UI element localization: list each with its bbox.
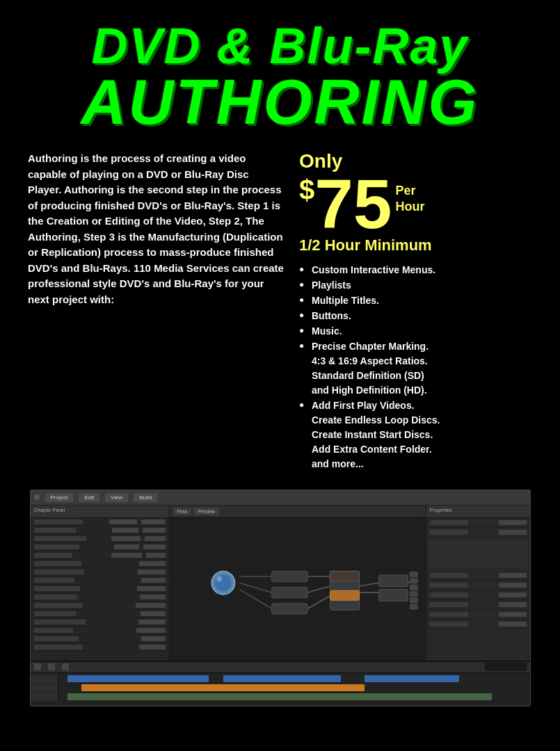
sw-node-graph bbox=[170, 518, 426, 661]
software-ui: Project Edit View Build Chapter Panel bbox=[31, 490, 530, 706]
svg-point-12 bbox=[216, 576, 221, 581]
sw-main-area: Chapter Panel bbox=[31, 506, 530, 661]
title-section: DVD & Blu-Ray AUTHORING bbox=[28, 21, 532, 134]
sw-menu-btn bbox=[34, 494, 40, 500]
sw-list-row-14 bbox=[31, 627, 169, 635]
sw-list-row-1 bbox=[31, 518, 169, 526]
svg-rect-19 bbox=[330, 590, 359, 600]
svg-rect-15 bbox=[271, 604, 307, 614]
sw-track-2-label bbox=[31, 684, 58, 692]
sw-track-3-label bbox=[31, 693, 58, 701]
sw-tab-3: View bbox=[105, 493, 128, 502]
description-column: Authoring is the process of creating a v… bbox=[28, 151, 285, 472]
sw-list-row-11 bbox=[31, 601, 169, 610]
sw-preview-thumb bbox=[429, 540, 527, 568]
sw-list-row-15 bbox=[31, 635, 169, 643]
svg-rect-23 bbox=[410, 578, 417, 583]
svg-rect-13 bbox=[271, 571, 307, 581]
software-screenshot: Project Edit View Build Chapter Panel bbox=[30, 490, 531, 706]
description-text: Authoring is the process of creating a v… bbox=[28, 151, 285, 307]
sw-prop-3 bbox=[426, 571, 530, 581]
sw-list-row-9 bbox=[31, 585, 169, 593]
sw-rewind-btn bbox=[62, 663, 69, 670]
sw-list-row-8 bbox=[31, 576, 169, 585]
sw-track-1-label bbox=[31, 675, 58, 683]
sw-list-row-16 bbox=[31, 643, 169, 652]
sw-tab-2: Edit bbox=[79, 493, 99, 502]
sw-track-2 bbox=[31, 684, 530, 692]
sw-track-1 bbox=[31, 675, 530, 683]
sw-prop-1 bbox=[426, 518, 530, 528]
price-amount-row: $ 75 PerHour bbox=[299, 172, 532, 235]
sw-tab-1: Project bbox=[45, 493, 74, 502]
sw-list-row-7 bbox=[31, 568, 169, 576]
feature-item-1: Custom Interactive Menus. bbox=[299, 263, 532, 277]
svg-rect-25 bbox=[410, 591, 417, 596]
sw-track-3 bbox=[31, 693, 530, 701]
feature-item-4: Buttons. bbox=[299, 309, 532, 323]
price-section: Only $ 75 PerHour 1/2 Hour Minimum bbox=[299, 151, 532, 255]
title-line1: DVD & Blu-Ray bbox=[28, 21, 532, 71]
sw-tab-4: Build bbox=[134, 493, 157, 502]
sw-list-row-10 bbox=[31, 593, 169, 601]
sw-canvas-header: Flow Preview bbox=[170, 506, 426, 518]
sw-prop-8 bbox=[426, 620, 530, 629]
content-row: Authoring is the process of creating a v… bbox=[28, 151, 532, 472]
sw-properties-header: Properties bbox=[426, 506, 530, 518]
price-number: 75 bbox=[314, 172, 392, 235]
sw-prop-4 bbox=[426, 581, 530, 590]
svg-rect-27 bbox=[410, 604, 417, 609]
sw-list-row-3 bbox=[31, 535, 169, 543]
page-wrapper: DVD & Blu-Ray AUTHORING Authoring is the… bbox=[0, 0, 560, 751]
sw-track-2-content bbox=[58, 684, 530, 692]
sw-properties-panel: Properties bbox=[426, 506, 530, 661]
sw-canvas-tab-1: Flow bbox=[173, 508, 192, 515]
sw-list-row-5 bbox=[31, 551, 169, 560]
sw-list-row-6 bbox=[31, 560, 169, 568]
title-line2: AUTHORING bbox=[28, 71, 532, 134]
svg-rect-22 bbox=[410, 572, 417, 576]
svg-rect-26 bbox=[410, 597, 417, 602]
sw-track-1-content bbox=[58, 675, 530, 683]
sw-canvas-area bbox=[170, 518, 426, 661]
svg-point-11 bbox=[214, 574, 231, 591]
feature-item-2: Playlists bbox=[299, 278, 532, 293]
price-per-label: PerHour bbox=[395, 183, 424, 216]
feature-item-3: Multiple Titles. bbox=[299, 293, 532, 308]
svg-rect-24 bbox=[410, 585, 417, 590]
svg-rect-21 bbox=[378, 589, 408, 601]
sw-list-row-12 bbox=[31, 610, 169, 618]
svg-rect-20 bbox=[378, 575, 408, 587]
sw-list-row-2 bbox=[31, 526, 169, 535]
price-minimum-label: 1/2 Hour Minimum bbox=[299, 236, 532, 255]
sw-list-row-4 bbox=[31, 543, 169, 551]
screenshot-section: Project Edit View Build Chapter Panel bbox=[28, 490, 532, 706]
sw-chapter-panel: Chapter Panel bbox=[31, 506, 170, 661]
sw-node-canvas: Flow Preview bbox=[170, 506, 426, 661]
pricing-features-column: Only $ 75 PerHour 1/2 Hour Minimum Custo… bbox=[299, 151, 532, 472]
sw-track-3-content bbox=[58, 693, 530, 701]
sw-tracks bbox=[31, 673, 530, 702]
features-list: Custom Interactive Menus. Playlists Mult… bbox=[299, 263, 532, 471]
sw-chapter-header: Chapter Panel bbox=[31, 506, 169, 518]
sw-prop-7 bbox=[426, 610, 530, 620]
sw-prop-2 bbox=[426, 528, 530, 538]
sw-play-btn bbox=[34, 663, 41, 670]
sw-prop-6 bbox=[426, 600, 530, 610]
sw-list-row-13 bbox=[31, 618, 169, 627]
sw-prop-5 bbox=[426, 590, 530, 600]
sw-top-bar: Project Edit View Build bbox=[31, 490, 530, 506]
feature-item-7: Add First Play Videos. Create Endless Lo… bbox=[299, 398, 532, 471]
sw-canvas-tab-2: Preview bbox=[193, 508, 219, 515]
sw-timeline bbox=[31, 661, 530, 706]
feature-item-5: Music. bbox=[299, 324, 532, 339]
sw-timecode bbox=[485, 663, 527, 671]
svg-rect-14 bbox=[271, 588, 307, 598]
feature-item-6: Precise Chapter Marking. 4:3 & 16:9 Aspe… bbox=[299, 339, 532, 398]
sw-timeline-toolbar bbox=[31, 662, 530, 673]
price-dollar-sign: $ bbox=[299, 176, 314, 204]
sw-stop-btn bbox=[48, 663, 55, 670]
